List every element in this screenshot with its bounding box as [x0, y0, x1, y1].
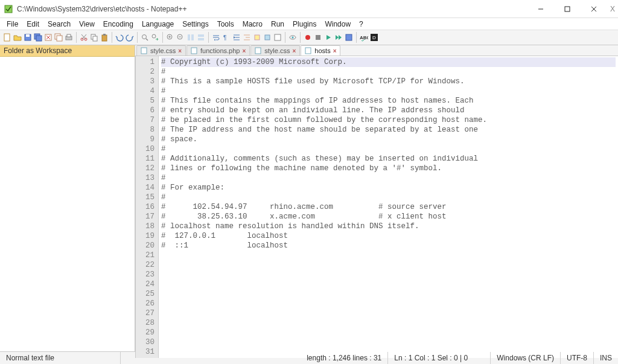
tab-style-css-1[interactable]: style.css ×: [136, 45, 186, 56]
save-icon[interactable]: [23, 33, 33, 42]
close-icon[interactable]: [43, 33, 53, 42]
open-icon[interactable]: [13, 33, 22, 42]
code-line[interactable]: #: [161, 87, 166, 95]
stop-icon[interactable]: [313, 33, 323, 42]
unfold-icon[interactable]: [263, 33, 272, 42]
code-line[interactable]: # The IP address and the host name shoul…: [161, 126, 478, 134]
zoom-in-icon[interactable]: [165, 33, 175, 42]
code-line[interactable]: # This is a sample HOSTS file used by Mi…: [161, 77, 465, 86]
sidebar-title[interactable]: Folder as Workspace: [0, 45, 135, 57]
menu-file[interactable]: File: [2, 19, 22, 30]
maximize-button[interactable]: [554, 0, 581, 18]
outdent-icon[interactable]: [242, 33, 252, 42]
svg-rect-0: [5, 5, 12, 13]
code-line[interactable]: #: [161, 68, 166, 76]
code-line[interactable]: # 127.0.0.1 localhost: [161, 232, 288, 240]
show-all-icon[interactable]: ¶: [221, 33, 231, 42]
status-ins[interactable]: INS: [594, 352, 618, 364]
close-button[interactable]: [581, 0, 607, 18]
code-line[interactable]: # entry should be kept on an individual …: [161, 106, 465, 115]
save-all-icon[interactable]: [33, 33, 43, 42]
code-line[interactable]: # ::1 localhost: [161, 241, 288, 250]
menu-macro[interactable]: Macro: [238, 19, 267, 30]
menu-edit[interactable]: Edit: [22, 19, 43, 30]
file-icon: [141, 47, 148, 54]
code-line[interactable]: # Additionally, comments (such as these)…: [161, 155, 478, 163]
undo-icon[interactable]: [115, 33, 124, 42]
menu-settings[interactable]: Settings: [178, 19, 212, 30]
menu-plugins[interactable]: Plugins: [288, 19, 320, 30]
tab-style-css-2[interactable]: style.css ×: [250, 45, 300, 56]
code-line[interactable]: # For example:: [161, 184, 225, 192]
tab-close-icon[interactable]: ×: [293, 48, 296, 54]
svg-rect-35: [198, 34, 204, 37]
menu-window[interactable]: Window: [320, 19, 355, 30]
toolbar-separator: [285, 32, 285, 43]
svg-rect-45: [265, 35, 270, 40]
close-all-icon[interactable]: [54, 33, 63, 42]
sync-v-icon[interactable]: [186, 33, 196, 42]
sync-h-icon[interactable]: [196, 33, 206, 42]
tabbar: style.css × functions.php × style.css × …: [135, 45, 618, 56]
svg-line-26: [146, 39, 148, 40]
code-line[interactable]: #: [161, 174, 166, 182]
svg-rect-56: [191, 48, 197, 54]
code-line[interactable]: #: [161, 145, 166, 153]
tab-label: hosts: [314, 47, 330, 54]
minimize-button[interactable]: [527, 0, 554, 18]
menu-help[interactable]: ?: [355, 19, 368, 30]
menu-tools[interactable]: Tools: [213, 19, 238, 30]
code-line[interactable]: # lines or following the machine name de…: [161, 164, 442, 173]
wordwrap-icon[interactable]: [211, 33, 221, 42]
spellcheck-icon[interactable]: ABC: [359, 33, 369, 42]
play-multi-icon[interactable]: [334, 33, 343, 42]
window-title: C:\Windows\System32\drivers\etc\hosts - …: [17, 5, 527, 13]
code-line[interactable]: # Copyright (c) 1993-2009 Microsoft Corp…: [161, 57, 616, 67]
tab-close-icon[interactable]: ×: [178, 48, 182, 54]
indent-icon[interactable]: [232, 33, 241, 42]
menu-language[interactable]: Language: [138, 19, 178, 30]
save-macro-icon[interactable]: [344, 33, 354, 42]
fold-icon[interactable]: [252, 33, 262, 42]
toolbar-separator: [112, 32, 112, 43]
editor[interactable]: 1234567891011121314151617181920212223242…: [135, 56, 618, 358]
paste-icon[interactable]: [100, 33, 109, 42]
copy-icon[interactable]: [89, 33, 99, 42]
code-line[interactable]: # 38.25.63.10 x.acme.com # x client host: [161, 212, 447, 221]
code-line[interactable]: # This file contains the mappings of IP …: [161, 97, 474, 105]
code-line[interactable]: # space.: [161, 135, 197, 144]
menu-search[interactable]: Search: [43, 19, 75, 30]
menu-view[interactable]: View: [75, 19, 99, 30]
tab-close-icon[interactable]: ×: [333, 48, 337, 54]
code-line[interactable]: #: [161, 193, 166, 202]
code-line[interactable]: # be placed in the first column followed…: [161, 116, 487, 124]
menu-encoding[interactable]: Encoding: [99, 19, 138, 30]
menu-run[interactable]: Run: [267, 19, 288, 30]
line-gutter: 1234567891011121314151617181920212223242…: [136, 56, 159, 358]
code-area[interactable]: # Copyright (c) 1993-2009 Microsoft Corp…: [159, 56, 618, 358]
new-icon[interactable]: [2, 33, 12, 42]
doc-switch-icon[interactable]: D: [369, 33, 379, 42]
tab-close-icon[interactable]: ×: [242, 48, 246, 54]
code-line[interactable]: # 102.54.94.97 rhino.acme.com # source s…: [161, 203, 447, 211]
toolbar-separator: [300, 32, 301, 43]
cut-icon[interactable]: [79, 33, 89, 42]
svg-point-48: [292, 37, 294, 39]
play-icon[interactable]: [323, 33, 333, 42]
zoom-out-icon[interactable]: [176, 33, 185, 42]
svg-rect-46: [275, 34, 281, 40]
status-eol[interactable]: Windows (CR LF): [491, 352, 561, 364]
menubar: File Edit Search View Encoding Language …: [0, 18, 618, 30]
replace-icon[interactable]: [150, 33, 160, 42]
eye-icon[interactable]: [288, 33, 298, 42]
tab-functions-php[interactable]: functions.php ×: [186, 45, 250, 56]
tab-hosts[interactable]: hosts ×: [301, 45, 340, 56]
print-icon[interactable]: [64, 33, 74, 42]
redo-icon[interactable]: [125, 33, 135, 42]
sidebar-body[interactable]: [0, 57, 135, 351]
code-line[interactable]: # localhost name resolution is handled w…: [161, 222, 419, 231]
status-encoding[interactable]: UTF-8: [561, 352, 594, 364]
record-icon[interactable]: [303, 33, 313, 42]
find-icon[interactable]: [140, 33, 150, 42]
hidden-chars-icon[interactable]: [273, 33, 282, 42]
